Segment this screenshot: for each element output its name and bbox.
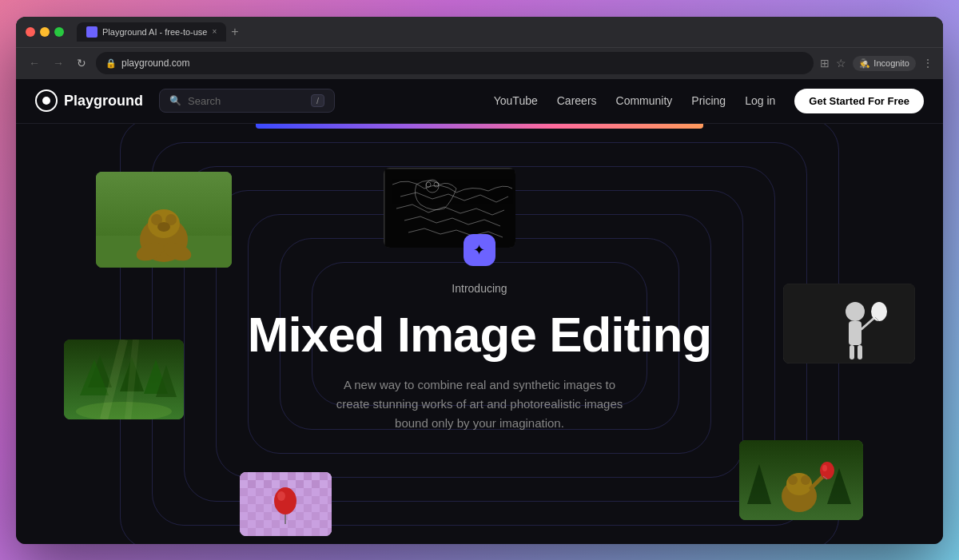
intro-badge: ✦ (464, 234, 495, 266)
svg-point-38 (801, 475, 810, 485)
extensions-icon[interactable]: ⊞ (820, 57, 830, 70)
address-field[interactable]: 🔒 playground.com (96, 52, 814, 74)
nav-community[interactable]: Community (616, 94, 673, 107)
incognito-label: Incognito (873, 58, 909, 68)
title-bar: Playground AI - free-to-use × + (16, 17, 943, 47)
bookmark-icon[interactable]: ☆ (836, 57, 846, 70)
blackwhite-inner (783, 284, 915, 363)
logo[interactable]: Playground (35, 89, 143, 112)
forest-inner (64, 340, 184, 419)
svg-point-40 (820, 462, 834, 479)
svg-rect-30 (858, 345, 862, 359)
hero-content: ✦ Introducing Mixed Image Editing A new … (248, 234, 711, 432)
svg-point-27 (871, 302, 887, 321)
badge-icon: ✦ (473, 241, 485, 259)
blackwhite-image (783, 284, 915, 363)
hero-title: Mixed Image Editing (248, 308, 711, 362)
refresh-button[interactable]: ↻ (74, 54, 90, 73)
maximize-button[interactable] (54, 27, 64, 37)
tab-bar: Playground AI - free-to-use × + (77, 22, 933, 42)
address-bar: ← → ↻ 🔒 playground.com ⊞ ☆ 🕵 Incognito ⋮ (16, 47, 943, 79)
back-button[interactable]: ← (26, 54, 43, 73)
tab-favicon (86, 26, 97, 38)
lock-icon: 🔒 (105, 58, 117, 69)
search-placeholder: Search (188, 95, 221, 107)
logo-text: Playground (64, 93, 143, 109)
new-tab-button[interactable]: + (231, 25, 238, 39)
logo-icon (35, 89, 58, 112)
forest-image (64, 340, 184, 419)
forward-button[interactable]: → (50, 54, 67, 73)
balloon-checkered-inner (240, 472, 332, 536)
navbar: Playground 🔍 Search / YouTube Careers Co… (16, 79, 943, 124)
main-content: ✦ Introducing Mixed Image Editing A new … (16, 124, 943, 544)
minimize-button[interactable] (40, 27, 50, 37)
svg-point-24 (846, 302, 865, 321)
svg-rect-25 (849, 321, 862, 345)
nav-links: YouTube Careers Community Pricing Log in… (494, 89, 924, 113)
nav-careers[interactable]: Careers (557, 94, 597, 107)
bear-sitting-inner (96, 172, 232, 268)
search-icon: 🔍 (169, 95, 181, 106)
nav-login[interactable]: Log in (745, 94, 775, 107)
browser-actions: ⊞ ☆ 🕵 Incognito ⋮ (820, 56, 933, 71)
search-shortcut: / (311, 94, 324, 107)
nav-youtube[interactable]: YouTube (494, 94, 538, 107)
svg-rect-29 (850, 345, 854, 359)
hero-description: A new way to combine real and synthetic … (336, 375, 623, 433)
svg-point-41 (822, 465, 827, 471)
svg-point-6 (157, 222, 170, 232)
svg-point-37 (788, 475, 798, 485)
search-bar[interactable]: 🔍 Search / (159, 89, 335, 113)
bear-balloon-inner (739, 440, 863, 520)
balloon-checkered-image (240, 472, 332, 536)
active-tab[interactable]: Playground AI - free-to-use × (77, 22, 226, 42)
nav-pricing[interactable]: Pricing (691, 94, 726, 107)
bear-sitting-image (96, 172, 232, 268)
cta-button[interactable]: Get Started For Free (794, 89, 924, 113)
url-text: playground.com (121, 58, 189, 69)
incognito-badge: 🕵 Incognito (853, 56, 916, 71)
intro-text: Introducing (452, 282, 507, 295)
traffic-lights (26, 27, 64, 37)
tab-title: Playground AI - free-to-use (102, 27, 207, 37)
svg-point-70 (277, 491, 285, 501)
tab-close-icon[interactable]: × (212, 27, 217, 36)
svg-point-69 (274, 487, 296, 514)
browser-window: Playground AI - free-to-use × + ← → ↻ 🔒 … (16, 17, 943, 544)
menu-icon[interactable]: ⋮ (922, 57, 933, 70)
bear-balloon-image (739, 440, 863, 520)
incognito-icon: 🕵 (859, 58, 870, 69)
close-button[interactable] (26, 27, 35, 37)
gradient-bar (256, 124, 703, 129)
